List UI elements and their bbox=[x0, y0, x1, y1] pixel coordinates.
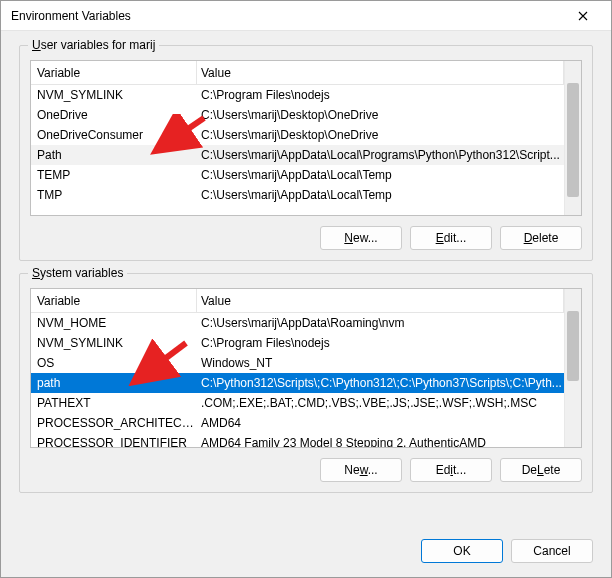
scrollbar[interactable] bbox=[564, 61, 581, 215]
ok-button[interactable]: OK bbox=[421, 539, 503, 563]
table-row[interactable]: NVM_SYMLINKC:\Program Files\nodejs bbox=[31, 333, 564, 353]
var-value: C:\Program Files\nodejs bbox=[197, 88, 564, 102]
env-vars-dialog: Environment Variables User variables for… bbox=[0, 0, 612, 578]
user-vars-label: User variables for marij bbox=[28, 38, 159, 52]
user-vars-list[interactable]: Variable Value NVM_SYMLINKC:\Program Fil… bbox=[30, 60, 582, 216]
window-title: Environment Variables bbox=[11, 9, 563, 23]
var-value: C:\Program Files\nodejs bbox=[197, 336, 564, 350]
close-button[interactable] bbox=[563, 2, 603, 30]
var-name: TEMP bbox=[31, 168, 197, 182]
table-row[interactable]: TMPC:\Users\marij\AppData\Local\Temp bbox=[31, 185, 564, 205]
var-name: PROCESSOR_ARCHITECTURE bbox=[31, 416, 197, 430]
system-vars-group: System variables Variable Value NVM_HOME… bbox=[19, 273, 593, 493]
system-vars-label: System variables bbox=[28, 266, 127, 280]
var-value: C:\Users\marij\AppData\Roaming\nvm bbox=[197, 316, 564, 330]
dialog-footer: OK Cancel bbox=[1, 533, 611, 577]
cancel-button[interactable]: Cancel bbox=[511, 539, 593, 563]
table-row[interactable]: TEMPC:\Users\marij\AppData\Local\Temp bbox=[31, 165, 564, 185]
close-icon bbox=[578, 11, 588, 21]
var-value: AMD64 Family 23 Model 8 Stepping 2, Auth… bbox=[197, 436, 564, 447]
table-row[interactable]: NVM_HOMEC:\Users\marij\AppData\Roaming\n… bbox=[31, 313, 564, 333]
table-row[interactable]: OneDriveC:\Users\marij\Desktop\OneDrive bbox=[31, 105, 564, 125]
var-name: Path bbox=[31, 148, 197, 162]
var-name: OS bbox=[31, 356, 197, 370]
var-name: PROCESSOR_IDENTIFIER bbox=[31, 436, 197, 447]
list-header: Variable Value bbox=[31, 289, 564, 313]
user-vars-group: User variables for marij Variable Value … bbox=[19, 45, 593, 261]
var-name: NVM_SYMLINK bbox=[31, 88, 197, 102]
user-delete-button[interactable]: Delete bbox=[500, 226, 582, 250]
var-value: C:\Users\marij\Desktop\OneDrive bbox=[197, 128, 564, 142]
system-edit-button[interactable]: Edit... bbox=[410, 458, 492, 482]
col-header-value[interactable]: Value bbox=[197, 289, 564, 312]
table-row[interactable]: OSWindows_NT bbox=[31, 353, 564, 373]
system-delete-button[interactable]: DeLete bbox=[500, 458, 582, 482]
system-new-button[interactable]: New... bbox=[320, 458, 402, 482]
var-value: C:\Python312\Scripts\;C:\Python312\;C:\P… bbox=[197, 376, 564, 390]
scrollbar-thumb[interactable] bbox=[567, 311, 579, 381]
table-row[interactable]: PROCESSOR_ARCHITECTUREAMD64 bbox=[31, 413, 564, 433]
var-name: TMP bbox=[31, 188, 197, 202]
var-name: OneDrive bbox=[31, 108, 197, 122]
user-edit-button[interactable]: Edit... bbox=[410, 226, 492, 250]
var-value: .COM;.EXE;.BAT;.CMD;.VBS;.VBE;.JS;.JSE;.… bbox=[197, 396, 564, 410]
var-name: NVM_SYMLINK bbox=[31, 336, 197, 350]
var-name: PATHEXT bbox=[31, 396, 197, 410]
scrollbar[interactable] bbox=[564, 289, 581, 447]
var-value: C:\Users\marij\AppData\Local\Temp bbox=[197, 188, 564, 202]
col-header-variable[interactable]: Variable bbox=[31, 61, 197, 84]
table-row[interactable]: PATHEXT.COM;.EXE;.BAT;.CMD;.VBS;.VBE;.JS… bbox=[31, 393, 564, 413]
var-value: C:\Users\marij\Desktop\OneDrive bbox=[197, 108, 564, 122]
table-row[interactable]: PROCESSOR_IDENTIFIERAMD64 Family 23 Mode… bbox=[31, 433, 564, 447]
table-row[interactable]: NVM_SYMLINKC:\Program Files\nodejs bbox=[31, 85, 564, 105]
table-row[interactable]: OneDriveConsumerC:\Users\marij\Desktop\O… bbox=[31, 125, 564, 145]
var-name: path bbox=[31, 376, 197, 390]
var-value: C:\Users\marij\AppData\Local\Programs\Py… bbox=[197, 148, 564, 162]
var-name: OneDriveConsumer bbox=[31, 128, 197, 142]
var-value: C:\Users\marij\AppData\Local\Temp bbox=[197, 168, 564, 182]
system-vars-list[interactable]: Variable Value NVM_HOMEC:\Users\marij\Ap… bbox=[30, 288, 582, 448]
list-header: Variable Value bbox=[31, 61, 564, 85]
table-row[interactable]: PathC:\Users\marij\AppData\Local\Program… bbox=[31, 145, 564, 165]
col-header-value[interactable]: Value bbox=[197, 61, 564, 84]
col-header-variable[interactable]: Variable bbox=[31, 289, 197, 312]
table-row[interactable]: pathC:\Python312\Scripts\;C:\Python312\;… bbox=[31, 373, 564, 393]
user-new-button[interactable]: New... bbox=[320, 226, 402, 250]
titlebar: Environment Variables bbox=[1, 1, 611, 31]
var-value: Windows_NT bbox=[197, 356, 564, 370]
var-name: NVM_HOME bbox=[31, 316, 197, 330]
var-value: AMD64 bbox=[197, 416, 564, 430]
scrollbar-thumb[interactable] bbox=[567, 83, 579, 197]
